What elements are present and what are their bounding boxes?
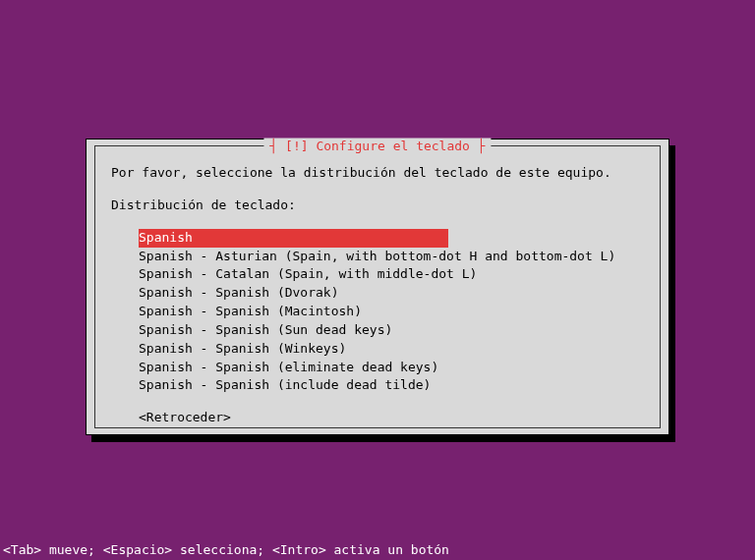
keyboard-layout-option[interactable]: Spanish - Spanish (Dvorak) xyxy=(139,284,339,303)
keyboard-layout-option[interactable]: Spanish - Spanish (Winkeys) xyxy=(139,340,346,359)
keyboard-layout-option[interactable]: Spanish xyxy=(139,229,448,248)
keyboard-layout-option[interactable]: Spanish - Spanish (Sun dead keys) xyxy=(139,321,392,340)
dialog-title: ┤ [!] Configure el teclado ├ xyxy=(263,139,491,153)
title-right-decoration: ├ xyxy=(470,139,486,153)
keyboard-layout-option[interactable]: Spanish - Asturian (Spain, with bottom-d… xyxy=(139,248,615,266)
keyboard-layout-option[interactable]: Spanish - Spanish (Macintosh) xyxy=(139,303,362,321)
title-text: [!] Configure el teclado xyxy=(285,139,470,153)
back-button[interactable]: <Retroceder> xyxy=(111,409,231,427)
footer-hint: <Tab> mueve; <Espacio> selecciona; <Intr… xyxy=(0,540,755,560)
keyboard-layout-list[interactable]: SpanishSpanish - Asturian (Spain, with b… xyxy=(111,229,644,396)
dialog-prompt: Por favor, seleccione la distribución de… xyxy=(111,164,644,183)
title-left-decoration: ┤ xyxy=(269,139,285,153)
keyboard-layout-option[interactable]: Spanish - Spanish (include dead tilde) xyxy=(139,376,431,395)
dialog-border: ┤ [!] Configure el teclado ├ Por favor, … xyxy=(94,145,661,428)
keyboard-config-dialog: ┤ [!] Configure el teclado ├ Por favor, … xyxy=(86,139,669,435)
keyboard-layout-option[interactable]: Spanish - Catalan (Spain, with middle-do… xyxy=(139,265,477,284)
dialog-label: Distribución de teclado: xyxy=(111,196,644,215)
keyboard-layout-option[interactable]: Spanish - Spanish (eliminate dead keys) xyxy=(139,359,438,377)
dialog-content: Por favor, seleccione la distribución de… xyxy=(95,146,660,437)
